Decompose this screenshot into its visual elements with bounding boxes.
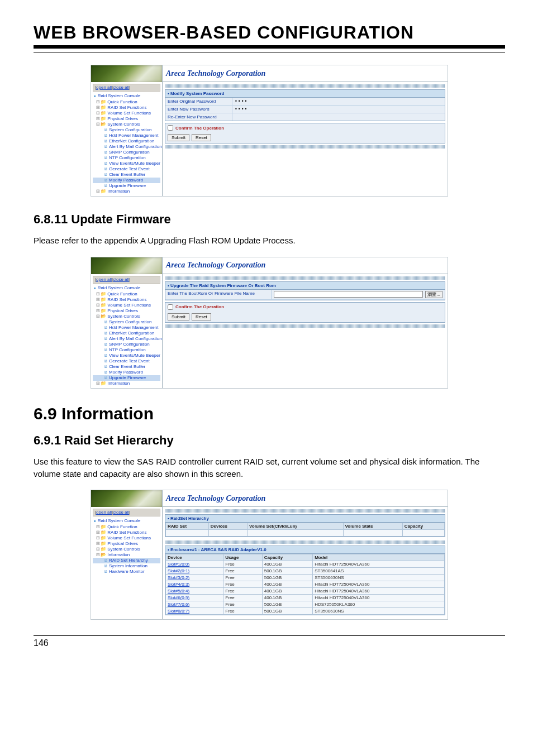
tree-system-controls[interactable]: 📂 System Controls	[93, 122, 160, 127]
leaf-ntp-config[interactable]: NTP Configuration	[93, 155, 160, 161]
device-link[interactable]: Slot#8(0:7)	[166, 608, 223, 615]
confirm-checkbox-2[interactable]	[168, 304, 173, 310]
tree-root-3[interactable]: Raid System Console	[93, 518, 160, 524]
leaf-upfw-2[interactable]: Upgrade Firmware	[93, 375, 160, 381]
tree-quick-2[interactable]: 📁 Quick Function	[93, 291, 160, 297]
reset-button[interactable]: Reset	[192, 134, 211, 141]
brand-text-2: Areca Technology Corporation	[163, 257, 448, 274]
col-usage: Usage	[223, 554, 262, 561]
leaf-view-2[interactable]: View Events/Mute Beeper	[93, 353, 160, 358]
tree-syscontrols-2[interactable]: 📂 System Controls	[93, 314, 160, 319]
leaf-modpw-2[interactable]: Modify Password	[93, 370, 160, 375]
raidset-hierarchy-panel: • RaidSet Hierarchy RAID Set Devices Vol…	[165, 514, 445, 537]
leaf-sysconf-2[interactable]: System Configuration	[93, 319, 160, 325]
tree-raidset-2[interactable]: 📁 RAID Set Functions	[93, 297, 160, 303]
tree-physical-3[interactable]: 📁 Physical Drives	[93, 541, 160, 547]
close-all-link-2[interactable]: close all	[113, 277, 129, 282]
tree-toggle-bar-3: |open all|close all|	[93, 509, 160, 516]
main-panel-2: • Upgrade The Raid System Firmware Or Bo…	[163, 274, 448, 388]
leaf-hwmon[interactable]: Hardware Monitor	[93, 569, 160, 575]
tree-root[interactable]: Raid System Console	[93, 93, 160, 99]
orig-pw-label: Enter Original Password	[165, 98, 232, 105]
open-all-link[interactable]: open all	[96, 85, 112, 90]
submit-button[interactable]: Submit	[168, 134, 189, 141]
leaf-clear-2[interactable]: Clear Event Buffer	[93, 364, 160, 370]
leaf-generate-test[interactable]: Generate Test Event	[93, 166, 160, 172]
leaf-alert-2[interactable]: Alert By Mail Configuration	[93, 336, 160, 342]
leaf-upgrade-firmware[interactable]: Upgrade Firmware	[93, 183, 160, 189]
table-row	[166, 530, 445, 537]
confirm-panel: Confirm The Operation Submit Reset	[165, 123, 445, 143]
leaf-ntp-2[interactable]: NTP Configuration	[93, 347, 160, 353]
cell-usage: Free	[223, 581, 262, 588]
main-panel-3: • RaidSet Hierarchy RAID Set Devices Vol…	[163, 507, 448, 619]
brand-text-3: Areca Technology Corporation	[163, 490, 448, 507]
leaf-alert-mail[interactable]: Alert By Mail Configuration	[93, 144, 160, 150]
browse-button[interactable]: 瀏覽...	[425, 291, 442, 298]
leaf-modify-password[interactable]: Modify Password	[93, 178, 160, 183]
tree-physical-2[interactable]: 📁 Physical Drives	[93, 308, 160, 314]
title-rule	[34, 52, 505, 52]
new-pw-field[interactable]: ••••	[232, 106, 445, 113]
open-all-link-2[interactable]: open all	[96, 277, 112, 282]
leaf-snmp-2[interactable]: SNMP Configuration	[93, 342, 160, 347]
re-pw-field[interactable]	[232, 113, 445, 121]
leaf-hdd-2[interactable]: Hdd Power Management	[93, 325, 160, 331]
heading-6-8-11: 6.8.11 Update Firmware	[34, 212, 505, 227]
cell-usage: Free	[223, 608, 262, 615]
tree-quick-function[interactable]: 📁 Quick Function	[93, 99, 160, 105]
device-link[interactable]: Slot#1(0:0)	[166, 561, 223, 568]
tree-information[interactable]: 📁 Information	[93, 189, 160, 194]
device-link[interactable]: Slot#3(0:2)	[166, 575, 223, 581]
open-all-link-3[interactable]: open all	[96, 510, 112, 515]
areca-logo-2	[91, 257, 163, 274]
header-gradient	[165, 84, 445, 88]
leaf-sysinfo[interactable]: System Information	[93, 563, 160, 569]
cell-model: ST3500630NS	[313, 575, 445, 581]
tree-quick-3[interactable]: 📁 Quick Function	[93, 524, 160, 530]
device-link[interactable]: Slot#2(0:1)	[166, 568, 223, 575]
leaf-ether-2[interactable]: EtherNet Configuration	[93, 331, 160, 336]
tree-syscontrols-3[interactable]: 📁 System Controls	[93, 547, 160, 552]
leaf-view-events[interactable]: View Events/Mute Beeper	[93, 161, 160, 166]
screenshot-raidset-hierarchy: Areca Technology Corporation |open all|c…	[91, 490, 448, 620]
firmware-file-input[interactable]	[274, 291, 423, 298]
leaf-hdd-power[interactable]: Hdd Power Management	[93, 133, 160, 138]
leaf-clear-event-buffer[interactable]: Clear Event Buffer	[93, 172, 160, 178]
tree-root-2[interactable]: Raid System Console	[93, 285, 160, 291]
tree-raidset-3[interactable]: 📁 RAID Set Functions	[93, 530, 160, 535]
cell-model: ST3500641AS	[313, 568, 445, 575]
tree-volset-2[interactable]: 📁 Volume Set Functions	[93, 303, 160, 308]
nav-tree: |open all|close all| Raid System Console…	[91, 82, 163, 196]
confirm-checkbox[interactable]	[168, 125, 173, 131]
cell-model: Hitachi HDT725040VLA360	[313, 588, 445, 595]
leaf-raidhier[interactable]: RAID Set Hierarchy	[93, 558, 160, 563]
submit-button-2[interactable]: Submit	[168, 313, 189, 320]
tree-volumeset-functions[interactable]: 📁 Volume Set Functions	[93, 111, 160, 116]
device-link[interactable]: Slot#5(0:4)	[166, 588, 223, 595]
device-link[interactable]: Slot#6(0:5)	[166, 595, 223, 601]
leaf-ethernet-config[interactable]: EtherNet Configuration	[93, 138, 160, 144]
tree-info-3[interactable]: 📂 Information	[93, 552, 160, 558]
app-header-3: Areca Technology Corporation	[91, 490, 448, 507]
leaf-gentest-2[interactable]: Generate Test Event	[93, 358, 160, 364]
screenshot-modify-password: Areca Technology Corporation |open all|c…	[91, 65, 448, 197]
close-all-link[interactable]: close all	[113, 85, 129, 90]
tree-raidset-functions[interactable]: 📁 RAID Set Functions	[93, 105, 160, 111]
footer-gradient-2	[165, 324, 445, 328]
panel-title-2: • Upgrade The Raid System Firmware Or Bo…	[165, 282, 445, 290]
tree-volset-3[interactable]: 📁 Volume Set Functions	[93, 535, 160, 541]
leaf-snmp-config[interactable]: SNMP Configuration	[93, 150, 160, 155]
nav-tree-2: |open all|close all| Raid System Console…	[91, 274, 163, 388]
reset-button-2[interactable]: Reset	[192, 313, 211, 320]
device-link[interactable]: Slot#7(0:6)	[166, 601, 223, 608]
device-link[interactable]: Slot#4(0:3)	[166, 581, 223, 588]
tree-toggle-bar-2: |open all|close all|	[93, 276, 160, 284]
leaf-system-configuration[interactable]: System Configuration	[93, 127, 160, 133]
modify-password-panel: • Modify System Password Enter Original …	[165, 89, 445, 121]
tree-info-2[interactable]: 📁 Information	[93, 381, 160, 386]
cell-usage: Free	[223, 561, 262, 568]
tree-physical-drives[interactable]: 📁 Physical Drives	[93, 116, 160, 122]
close-all-link-3[interactable]: close all	[113, 510, 129, 515]
orig-pw-field[interactable]: ••••	[232, 98, 445, 105]
